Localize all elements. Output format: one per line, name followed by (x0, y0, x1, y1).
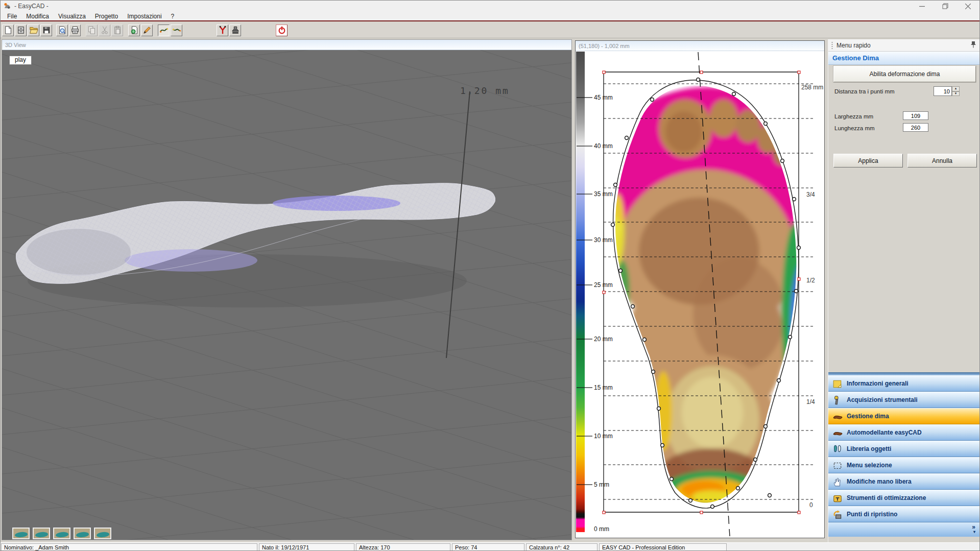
close-button[interactable] (957, 1, 979, 12)
status-nominativo: Nominativo: _Adam Smith (1, 543, 257, 551)
view-thumbnails (12, 528, 111, 539)
3d-viewport[interactable]: 1,20 mm play (2, 50, 571, 540)
save-floppy-icon (42, 26, 51, 35)
quick-menu-title: Menu rapido (836, 42, 871, 49)
nav-strumenti-di-ottimizzazione[interactable]: Strumenti di ottimizzazione (828, 490, 980, 506)
copy-icon (87, 26, 97, 35)
apply-button[interactable]: Applica (833, 154, 903, 167)
archive-button[interactable] (15, 25, 27, 36)
enable-deformation-button[interactable]: Abilita deformazione dima (833, 66, 976, 82)
nav-label: Modifiche mano libera (847, 478, 912, 485)
menu-visualizza[interactable]: Visualizza (54, 12, 90, 21)
insole-profile-a-button[interactable] (158, 25, 170, 36)
width-input[interactable] (903, 111, 928, 120)
new-document-button[interactable] (2, 25, 14, 36)
nav-automodellante-easycad[interactable]: Automodellante easyCAD (828, 424, 980, 441)
width-label: Larghezza mm (834, 113, 873, 119)
print-button[interactable] (69, 25, 81, 36)
archive-cabinet-icon (16, 26, 26, 35)
drag-grip-icon[interactable] (831, 41, 833, 50)
window-title: - EasyCAD - (14, 3, 49, 10)
scale-label: 30 mm (594, 236, 613, 244)
nav-punti-di-ripristino[interactable]: Punti di ripristino (828, 506, 980, 522)
thumbnail-1[interactable] (12, 528, 30, 539)
stepper-up-icon[interactable]: ▲ (952, 86, 960, 91)
restore-button[interactable] (934, 1, 957, 12)
nav-gestione-dima[interactable]: Gestione dima (828, 408, 980, 424)
restore-icon (942, 3, 948, 9)
insole-thumb-shape (76, 531, 89, 538)
status-calzatura: Calzatura n°: 42 (526, 543, 597, 551)
3d-view-header: 3D View (2, 40, 571, 50)
accordion-more-button[interactable]: » ▾ (828, 522, 980, 537)
nav-label: Menu selezione (847, 462, 892, 469)
nav-menu-selezione[interactable]: Menu selezione (828, 457, 980, 473)
menu-progetto[interactable]: Progetto (90, 12, 123, 21)
stepper-down-icon[interactable]: ▼ (952, 91, 960, 97)
cut-button[interactable] (99, 25, 110, 36)
menubar: File Modifica Visualizza Progetto Impost… (1, 12, 979, 21)
print-preview-button[interactable] (56, 25, 68, 36)
open-button[interactable] (28, 25, 39, 36)
power-icon (277, 26, 286, 35)
quick-menu-panel: Menu rapido Gestione Dima Abilita deform… (828, 39, 980, 542)
power-button[interactable] (276, 25, 288, 36)
scale-label: 25 mm (594, 281, 613, 289)
menu-help[interactable]: ? (166, 12, 179, 21)
statusbar: Nominativo: _Adam Smith Nato il: 19/12/1… (1, 542, 979, 551)
nav-libreria-oggetti[interactable]: Libreria oggetti (828, 441, 980, 457)
footmap-panel: (51,180) - 1,002 mm (575, 40, 825, 538)
length-input[interactable] (903, 123, 928, 132)
nav-informazioni-generali[interactable]: Informazioni generali (828, 375, 980, 392)
nav-label: Gestione dima (847, 413, 889, 420)
scale-label: 40 mm (594, 142, 613, 150)
navigation-accordion: Informazioni generali Acquisizioni strum… (828, 372, 980, 537)
stamp-button[interactable] (229, 25, 241, 36)
measurement-line: 1,20 mm (446, 85, 510, 358)
insole-thumb-shape (14, 531, 28, 538)
footmap-drawing: 45 mm 40 mm 35 mm 30 mm 25 mm 20 mm 15 m… (576, 51, 824, 538)
play-button[interactable]: play (9, 56, 32, 65)
distance-input[interactable] (934, 86, 952, 96)
easycad-window: - EasyCAD - File Modifica Visualizza Pro… (0, 0, 980, 551)
draw-pencil-button[interactable] (141, 25, 153, 36)
ruler-length-label: 258 mm (801, 84, 823, 91)
ruler-34-label: 3/4 (806, 191, 815, 198)
minimize-icon (919, 4, 925, 9)
nav-label: Automodellante easyCAD (847, 429, 922, 436)
pin-button[interactable] (971, 41, 976, 50)
depth-colorbar: 45 mm 40 mm 35 mm 30 mm 25 mm 20 mm 15 m… (576, 52, 613, 533)
insole-wireframe[interactable] (16, 183, 495, 307)
nav-label: Libreria oggetti (847, 445, 891, 452)
restore-icon (832, 510, 843, 520)
menu-modifica[interactable]: Modifica (21, 12, 54, 21)
ruler-12-label: 1/2 (806, 277, 815, 284)
save-button[interactable] (40, 25, 52, 36)
caliper-button[interactable] (217, 25, 228, 36)
new-document-icon (4, 26, 13, 35)
nav-acquisizioni-strumentali[interactable]: Acquisizioni strumentali (828, 392, 980, 408)
copy-button[interactable] (86, 25, 98, 36)
footmap-canvas[interactable]: 45 mm 40 mm 35 mm 30 mm 25 mm 20 mm 15 m… (576, 51, 824, 538)
insole-pair-icon (832, 444, 843, 454)
ruler-0-label: 0 (809, 501, 813, 509)
menu-impostazioni[interactable]: Impostazioni (123, 12, 166, 21)
selection-icon (832, 461, 843, 471)
print-icon (70, 26, 80, 35)
thumbnail-4[interactable] (74, 528, 91, 539)
export-button[interactable] (128, 25, 140, 36)
thumbnail-5[interactable] (94, 528, 111, 539)
paste-button[interactable] (111, 25, 123, 36)
3d-view-title: 3D View (5, 42, 26, 48)
insole-profile-icon (159, 26, 169, 35)
toolbar (1, 22, 979, 38)
insole-profile-b-button[interactable] (171, 25, 182, 36)
minimize-button[interactable] (911, 1, 934, 12)
nav-modifiche-mano-libera[interactable]: Modifiche mano libera (828, 473, 980, 490)
menu-file[interactable]: File (3, 12, 21, 21)
hand-icon (832, 477, 843, 487)
thumbnail-3[interactable] (53, 528, 70, 539)
thumbnail-2[interactable] (33, 528, 50, 539)
cancel-button[interactable]: Annulla (907, 154, 977, 167)
scale-label: 45 mm (594, 94, 613, 101)
